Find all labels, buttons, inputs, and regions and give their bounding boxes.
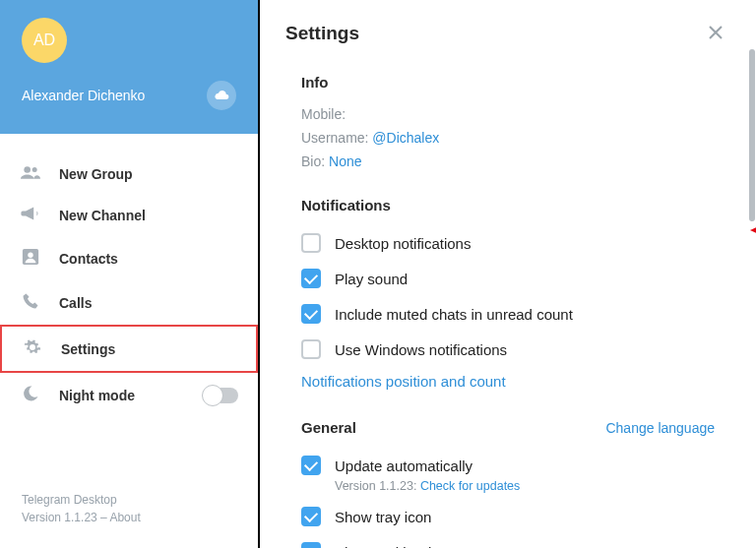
notifications-heading: Notifications [301,197,391,213]
checkbox-icon [301,269,321,288]
sidebar-header: AD Alexander Dichenko [0,0,258,134]
avatar-initials: AD [33,31,55,49]
scrollbar[interactable] [748,49,756,548]
close-icon [709,26,723,39]
info-bio-value[interactable]: None [329,153,361,169]
person-icon [20,248,41,269]
scrollbar-thumb[interactable] [749,49,755,221]
phone-icon [20,292,41,313]
sidebar-item-new-group[interactable]: New Group [0,153,258,194]
general-section: General Change language Update automatic… [301,419,715,548]
panel-header: Settings [260,0,756,66]
checkbox-use-windows-notifications[interactable]: Use Windows notifications [301,332,715,367]
info-bio-label: Bio: [301,153,329,169]
notifications-position-link[interactable]: Notifications position and count [301,367,715,396]
svg-point-1 [32,167,37,172]
checkbox-label: Play sound [335,271,408,287]
checkbox-label: Show taskbar icon [335,544,456,549]
info-mobile: Mobile: [301,102,715,126]
group-icon [20,165,41,182]
sidebar-footer: Telegram Desktop Version 1.1.23 – About [0,475,258,548]
sidebar-item-contacts[interactable]: Contacts [0,236,258,280]
checkbox-label: Update automatically [335,457,472,474]
checkbox-icon [301,542,321,548]
checkbox-include-muted[interactable]: Include muted chats in unread count [301,296,715,332]
info-username-label: Username: [301,130,372,146]
night-mode-toggle[interactable] [203,388,238,403]
sidebar-item-settings[interactable]: Settings [0,325,258,373]
cloud-icon [214,90,229,101]
info-heading: Info [301,74,329,91]
app-name: Telegram Desktop [22,491,236,509]
sidebar-item-label: Settings [61,341,115,357]
panel-body[interactable]: Info Mobile: Username: @Dichalex Bio: No… [260,66,756,548]
sidebar-item-label: Contacts [59,251,118,267]
sidebar-item-label: New Group [59,166,133,182]
checkbox-label: Include muted chats in unread count [335,306,573,323]
checkbox-icon [301,507,321,526]
checkbox-label: Desktop notifications [335,235,471,252]
checkbox-show-taskbar-icon[interactable]: Show taskbar icon [301,534,715,548]
user-name: Alexander Dichenko [22,88,145,103]
about-link[interactable]: About [109,511,140,524]
checkbox-label: Use Windows notifications [335,341,507,358]
info-username-value[interactable]: @Dichalex [372,130,439,146]
change-language-link[interactable]: Change language [605,420,715,436]
sidebar: AD Alexander Dichenko New Group New Chan… [0,0,260,548]
checkbox-show-tray-icon[interactable]: Show tray icon [301,499,715,534]
check-for-updates-link[interactable]: Check for updates [420,479,520,493]
checkbox-icon [301,456,321,475]
checkbox-icon [301,233,321,253]
update-version-text: Version 1.1.23: [335,479,420,493]
close-button[interactable] [701,18,730,48]
settings-panel: Settings Info Mobile: Username: @Dichale… [260,0,756,548]
gear-icon [22,338,43,359]
sidebar-item-label: Calls [59,295,92,311]
info-section: Info Mobile: Username: @Dichalex Bio: No… [301,74,715,173]
svg-point-0 [24,166,31,173]
checkbox-icon [301,339,321,359]
checkbox-play-sound[interactable]: Play sound [301,261,715,296]
sidebar-item-label: Night mode [59,388,135,403]
megaphone-icon [20,206,41,224]
general-heading: General [301,419,356,436]
page-title: Settings [285,23,359,44]
checkbox-label: Show tray icon [335,509,431,525]
avatar[interactable]: AD [22,18,67,63]
checkbox-icon [301,304,321,324]
svg-point-3 [28,253,32,258]
saved-messages-button[interactable] [207,81,236,110]
sidebar-item-night-mode[interactable]: Night mode [0,373,258,417]
checkbox-desktop-notifications[interactable]: Desktop notifications [301,225,715,261]
sidebar-item-new-channel[interactable]: New Channel [0,194,258,236]
sidebar-menu: New Group New Channel Contacts Calls Set… [0,134,258,475]
checkbox-update-automatically[interactable]: Update automatically [301,448,715,483]
notifications-section: Notifications Desktop notifications Play… [301,197,715,396]
app-version: Version 1.1.23 – [22,511,109,524]
sidebar-item-calls[interactable]: Calls [0,280,258,325]
sidebar-item-label: New Channel [59,208,146,223]
moon-icon [20,385,41,405]
